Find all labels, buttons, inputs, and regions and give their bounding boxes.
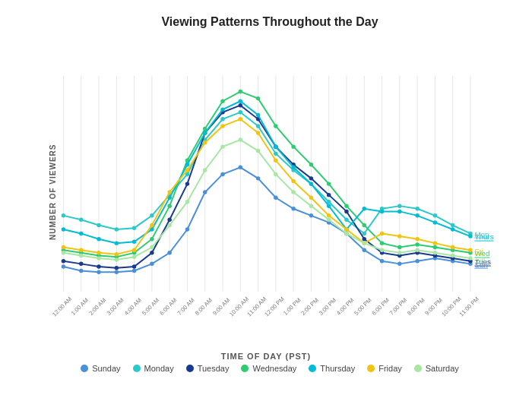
svg-point-110 (309, 176, 313, 180)
svg-point-153 (220, 107, 224, 111)
svg-text:Mon: Mon (474, 230, 489, 239)
svg-text:Sun: Sun (474, 261, 488, 269)
svg-point-171 (115, 252, 119, 256)
svg-point-209 (363, 241, 366, 245)
svg-point-99 (115, 266, 119, 270)
svg-point-55 (185, 227, 189, 231)
legend-dot (309, 365, 316, 372)
svg-text:2:00 PM: 2:00 PM (299, 297, 319, 317)
svg-point-193 (79, 254, 83, 257)
svg-point-177 (220, 124, 224, 128)
svg-point-131 (256, 96, 260, 100)
svg-point-134 (309, 163, 313, 166)
svg-point-186 (380, 232, 384, 235)
legend-item: Monday (133, 364, 174, 373)
svg-point-60 (274, 196, 277, 200)
svg-text:1:00 AM: 1:00 AM (70, 297, 90, 317)
svg-point-204 (274, 172, 277, 176)
svg-point-173 (150, 223, 154, 227)
svg-point-195 (115, 257, 119, 261)
svg-point-58 (239, 166, 242, 169)
legend-label: Saturday (426, 364, 459, 373)
svg-text:12:00 PM: 12:00 PM (263, 295, 285, 317)
svg-point-151 (185, 163, 189, 166)
svg-point-72 (62, 213, 65, 217)
svg-point-49 (79, 269, 83, 273)
svg-point-161 (363, 207, 366, 210)
svg-point-129 (220, 100, 224, 103)
svg-point-59 (256, 176, 260, 180)
svg-point-146 (97, 237, 100, 241)
chart-title: Viewing Patterns Throughout the Day (46, 15, 494, 29)
svg-text:5:00 PM: 5:00 PM (353, 297, 372, 317)
svg-point-67 (397, 262, 401, 266)
svg-point-89 (363, 232, 366, 235)
svg-point-100 (132, 264, 136, 268)
svg-point-181 (291, 179, 295, 183)
svg-text:8:00 AM: 8:00 AM (194, 297, 214, 317)
svg-point-148 (132, 240, 136, 244)
svg-point-215 (468, 256, 472, 260)
svg-point-125 (150, 237, 154, 241)
svg-text:3:00 AM: 3:00 AM (105, 297, 125, 317)
svg-point-112 (344, 210, 348, 213)
svg-point-192 (62, 251, 65, 254)
svg-point-136 (344, 204, 348, 207)
legend-label: Wednesday (252, 364, 296, 373)
legend-item: Friday (367, 364, 402, 373)
legend-item: Sunday (81, 364, 120, 373)
svg-point-76 (132, 226, 136, 229)
svg-point-158 (309, 182, 313, 185)
svg-point-212 (415, 248, 419, 251)
chart-container: Viewing Patterns Throughout the Day NUMB… (0, 0, 532, 417)
svg-text:1:00 PM: 1:00 PM (282, 297, 302, 317)
svg-point-102 (167, 218, 171, 222)
svg-point-166 (451, 227, 454, 231)
svg-point-175 (185, 168, 189, 172)
svg-point-163 (397, 210, 401, 213)
svg-point-61 (291, 207, 295, 210)
legend-dot (241, 365, 249, 372)
legend-dot (367, 365, 375, 372)
svg-point-140 (415, 242, 419, 246)
svg-point-91 (397, 204, 401, 207)
svg-point-191 (468, 248, 472, 251)
legend-dot (414, 365, 422, 372)
svg-point-75 (115, 227, 119, 231)
legend-item: Tuesday (186, 364, 230, 373)
svg-point-126 (167, 204, 171, 207)
main-chart: 12:00 AM1:00 AM2:00 AM3:00 AM4:00 AM5:00… (59, 36, 524, 347)
svg-text:6:00 PM: 6:00 PM (371, 297, 391, 317)
svg-point-53 (150, 262, 154, 266)
svg-point-183 (327, 213, 331, 217)
svg-point-84 (274, 151, 277, 155)
svg-point-164 (415, 213, 419, 217)
svg-text:7:00 AM: 7:00 AM (176, 297, 196, 317)
svg-point-82 (239, 110, 242, 114)
svg-point-176 (203, 141, 207, 144)
svg-point-156 (274, 144, 277, 148)
svg-point-152 (203, 131, 207, 134)
svg-point-74 (97, 223, 100, 227)
svg-point-113 (363, 237, 366, 241)
svg-point-139 (397, 245, 401, 249)
svg-point-111 (327, 193, 331, 197)
svg-point-168 (62, 245, 65, 249)
svg-point-180 (274, 159, 277, 163)
svg-point-81 (220, 117, 224, 121)
svg-point-187 (397, 234, 401, 238)
svg-point-101 (150, 251, 154, 254)
svg-point-154 (239, 100, 242, 103)
svg-point-103 (185, 182, 189, 185)
svg-point-202 (239, 137, 242, 141)
svg-text:11:00 PM: 11:00 PM (458, 295, 480, 317)
svg-text:4:00 AM: 4:00 AM (123, 297, 143, 317)
svg-point-48 (62, 264, 65, 268)
svg-point-54 (167, 251, 171, 254)
x-axis-label: TIME OF DAY (PST) (46, 352, 486, 361)
svg-point-179 (256, 131, 260, 134)
svg-text:3:00 PM: 3:00 PM (318, 297, 337, 317)
svg-point-155 (256, 113, 260, 117)
svg-point-203 (256, 149, 260, 153)
svg-text:6:00 AM: 6:00 AM (158, 297, 178, 317)
